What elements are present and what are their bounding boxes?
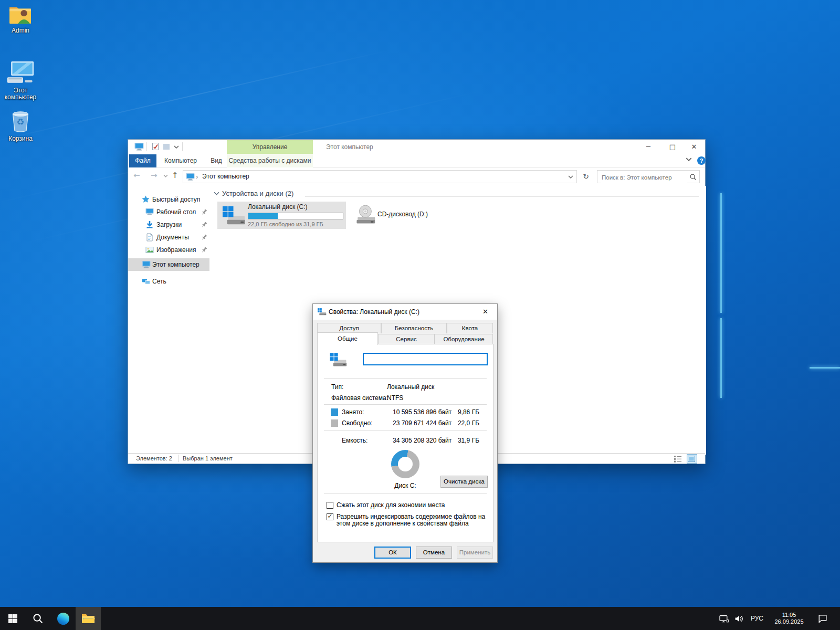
tab-general[interactable]: Общие xyxy=(317,332,378,345)
breadcrumb-chevron-icon: › xyxy=(196,171,198,183)
network-icon xyxy=(142,277,150,286)
compress-checkbox-label[interactable]: Сжать этот диск для экономии места xyxy=(337,502,490,509)
disk-cleanup-button[interactable]: Очистка диска xyxy=(440,476,488,488)
forward-icon[interactable]: → xyxy=(151,171,158,180)
maximize-button[interactable]: □ xyxy=(660,140,685,154)
search-input[interactable] xyxy=(601,171,687,183)
picture-icon xyxy=(145,246,154,254)
network-tray-icon[interactable] xyxy=(717,607,731,630)
sidebar-item-this-pc[interactable]: Этот компьютер xyxy=(128,258,209,271)
drive-c-item[interactable]: Локальный диск (C:) 22,0 ГБ свободно из … xyxy=(217,202,346,229)
sidebar-item-quick-access[interactable]: Быстрый доступ xyxy=(128,193,209,206)
status-separator xyxy=(178,455,178,462)
language-indicator[interactable]: РУС xyxy=(747,607,768,630)
wallpaper-light-ray xyxy=(720,318,722,398)
indexing-checkbox-label[interactable]: Разрешить индексировать содержимое файло… xyxy=(337,513,490,527)
up-icon[interactable]: ↑ xyxy=(172,171,178,180)
details-view-button[interactable] xyxy=(674,455,683,463)
tab-view[interactable]: Вид xyxy=(205,154,228,167)
download-icon xyxy=(145,220,154,229)
disk-chart-label: Диск C: xyxy=(379,482,432,489)
used-swatch xyxy=(331,408,338,416)
tab-hardware[interactable]: Оборудование xyxy=(435,334,493,344)
tab-file[interactable]: Файл xyxy=(129,154,156,167)
refresh-icon[interactable]: ↻ xyxy=(580,170,592,183)
breadcrumb[interactable]: Этот компьютер xyxy=(202,171,249,183)
cd-drive-icon xyxy=(353,204,376,226)
desktop-icon-this-pc[interactable]: Этот компьютер xyxy=(0,61,41,101)
qat-this-pc-icon[interactable] xyxy=(134,142,144,151)
collapse-chevron-icon[interactable] xyxy=(214,192,219,195)
desktop-icon-recycle-bin[interactable]: ♻ Корзина xyxy=(0,108,41,142)
pin-icon[interactable] xyxy=(201,234,208,241)
back-icon[interactable]: ← xyxy=(133,171,140,180)
this-pc-icon xyxy=(186,173,195,181)
cancel-button[interactable]: Отмена xyxy=(416,547,452,559)
drive-usage-bar xyxy=(248,213,343,219)
action-center-button[interactable] xyxy=(815,607,831,630)
drive-d-item[interactable]: CD-дисковод (D:) xyxy=(353,202,453,229)
tab-quota[interactable]: Квота xyxy=(447,323,493,333)
desktop-icon-admin[interactable]: Admin xyxy=(0,4,41,34)
divider xyxy=(324,404,487,405)
sidebar-item-desktop[interactable]: Рабочий стол xyxy=(128,206,209,218)
start-button[interactable] xyxy=(0,607,25,630)
help-icon[interactable]: ? xyxy=(697,156,706,165)
taskbar-search-button[interactable] xyxy=(25,607,50,630)
search-icon[interactable] xyxy=(689,173,697,181)
tab-disk-tools[interactable]: Средства работы с дисками xyxy=(227,154,313,167)
thumbnails-view-button[interactable] xyxy=(687,455,697,463)
sidebar-item-pictures[interactable]: Изображения xyxy=(128,244,209,256)
minimize-button[interactable]: ─ xyxy=(636,140,660,154)
search-icon xyxy=(32,613,44,624)
action-center-icon xyxy=(818,614,827,623)
group-divider xyxy=(305,196,699,197)
qat-customize-chevron-icon[interactable] xyxy=(174,145,179,149)
dialog-titlebar: Свойства: Локальный диск (C:) ✕ xyxy=(313,304,497,320)
items-count: Элементов: 2 xyxy=(136,455,172,461)
tab-security[interactable]: Безопасность xyxy=(381,323,447,333)
used-label: Занято: xyxy=(342,408,364,416)
dialog-checkbox-box[interactable] xyxy=(327,513,333,520)
properties-dialog: Свойства: Локальный диск (C:) ✕ Доступ Б… xyxy=(312,303,498,563)
tab-computer[interactable]: Компьютер xyxy=(161,154,201,167)
pin-icon[interactable] xyxy=(201,221,208,228)
dialog-close-icon[interactable]: ✕ xyxy=(474,304,497,320)
desktop: Admin Этот компьютер ♻ Корзина Управлени… xyxy=(0,0,840,630)
clock[interactable]: 11:05 26.09.2025 xyxy=(768,607,811,630)
volume-label-input[interactable] xyxy=(363,353,488,365)
ethernet-icon xyxy=(719,614,729,623)
ok-button[interactable]: ОК xyxy=(374,547,411,559)
capacity-size: 31,9 ГБ xyxy=(437,437,479,444)
tab-access[interactable]: Доступ xyxy=(317,323,381,333)
history-chevron-icon[interactable] xyxy=(163,174,168,177)
pin-icon[interactable] xyxy=(201,246,208,254)
address-bar[interactable]: › Этот компьютер xyxy=(183,170,577,183)
dialog-checkbox-box[interactable] xyxy=(327,502,333,509)
wallpaper-light-ray xyxy=(810,367,840,369)
ribbon-tab-row: Файл Компьютер Вид Средства работы с дис… xyxy=(128,154,705,167)
capacity-label: Емкость: xyxy=(342,437,368,444)
user-folder-icon xyxy=(8,4,33,25)
hdd-icon xyxy=(317,308,327,316)
sidebar-item-documents[interactable]: Документы xyxy=(128,231,209,244)
taskbar-edge-button[interactable] xyxy=(50,607,76,630)
qat-new-folder-icon[interactable] xyxy=(162,142,171,151)
windows-logo-icon xyxy=(8,614,17,623)
apply-button[interactable]: Применить xyxy=(457,547,493,559)
ribbon-collapse-chevron-icon[interactable] xyxy=(686,158,692,161)
details-view-icon xyxy=(674,455,682,463)
desktop-icon-label: Этот компьютер xyxy=(0,87,41,101)
address-dropdown-chevron-icon[interactable] xyxy=(568,175,573,178)
sidebar-item-label: Документы xyxy=(156,231,189,244)
taskbar-explorer-button[interactable] xyxy=(76,607,101,630)
volume-tray-icon[interactable] xyxy=(732,607,746,630)
qat-properties-icon[interactable] xyxy=(151,142,160,151)
close-button[interactable]: ✕ xyxy=(682,140,706,154)
sidebar-item-network[interactable]: Сеть xyxy=(128,275,209,288)
ribbon-context-group-manage[interactable]: Управление xyxy=(227,140,313,154)
pin-icon[interactable] xyxy=(201,208,208,216)
hdd-icon xyxy=(222,205,246,227)
tab-tools[interactable]: Сервис xyxy=(378,334,435,344)
sidebar-item-downloads[interactable]: Загрузки xyxy=(128,218,209,231)
